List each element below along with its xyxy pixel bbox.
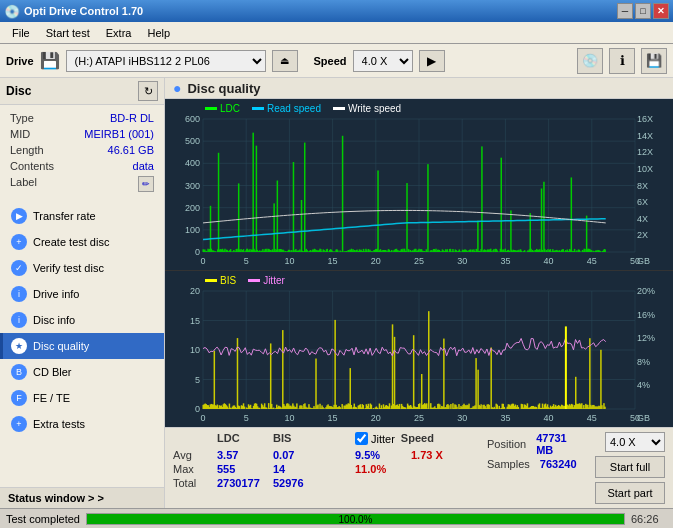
sidebar-item-disc-quality[interactable]: ★ Disc quality <box>0 333 164 359</box>
mid-value: MEIRB1 (001) <box>68 127 156 141</box>
nav-label-drive-info: Drive info <box>33 288 79 300</box>
bis-color <box>205 279 217 282</box>
nav-label-fe-te: FE / TE <box>33 392 70 404</box>
label-label: Label <box>8 175 66 193</box>
sidebar-item-fe-te[interactable]: F FE / TE <box>0 385 164 411</box>
status-time: 66:26 <box>631 513 667 525</box>
legend-read-speed-label: Read speed <box>267 103 321 114</box>
info-icon-button[interactable]: ℹ <box>609 48 635 74</box>
disc-refresh-button[interactable]: ↻ <box>138 81 158 101</box>
nav-label-transfer-rate: Transfer rate <box>33 210 96 222</box>
jitter-checkbox[interactable] <box>355 432 368 445</box>
disc-quality-header-icon: ● <box>173 80 181 96</box>
progress-text: 100.0% <box>87 514 624 526</box>
drive-info-icon: i <box>11 286 27 302</box>
disc-length-row: Length 46.61 GB <box>8 143 156 157</box>
sidebar-item-create-test-disc[interactable]: + Create test disc <box>0 229 164 255</box>
menu-extra[interactable]: Extra <box>98 25 140 41</box>
avg-speed: 1.73 X <box>411 449 461 461</box>
disc-quality-header: ● Disc quality <box>165 78 673 99</box>
chart2-legend: BIS Jitter <box>205 275 285 286</box>
drive-icon: 💾 <box>40 51 60 70</box>
cd-bler-icon: B <box>11 364 27 380</box>
nav-label-verify-test-disc: Verify test disc <box>33 262 104 274</box>
minimize-button[interactable]: ─ <box>617 3 633 19</box>
create-test-disc-icon: + <box>11 234 27 250</box>
chart1-container: LDC Read speed Write speed <box>165 99 673 271</box>
maximize-button[interactable]: □ <box>635 3 651 19</box>
sidebar-item-transfer-rate[interactable]: ▶ Transfer rate <box>0 203 164 229</box>
legend-bis-label: BIS <box>220 275 236 286</box>
position-label: Position <box>487 438 526 450</box>
drive-label: Drive <box>6 55 34 67</box>
nav-label-extra-tests: Extra tests <box>33 418 85 430</box>
length-label: Length <box>8 143 66 157</box>
contents-value: data <box>68 159 156 173</box>
disc-quality-icon: ★ <box>11 338 27 354</box>
menu-starttest[interactable]: Start test <box>38 25 98 41</box>
extra-tests-icon: + <box>11 416 27 432</box>
avg-label: Avg <box>173 449 211 461</box>
stats-max-row: Max 555 14 11.0% <box>173 463 461 475</box>
menu-help[interactable]: Help <box>139 25 178 41</box>
main: Disc ↻ Type BD-R DL MID MEIRB1 (001) Len… <box>0 78 673 508</box>
disc-section-label: Disc <box>6 84 31 98</box>
legend-ldc: LDC <box>205 103 240 114</box>
read-speed-color <box>252 107 264 110</box>
legend-ldc-label: LDC <box>220 103 240 114</box>
col-ldc-header: LDC <box>217 432 267 447</box>
total-ldc: 2730177 <box>217 477 267 489</box>
disc-quality-title: Disc quality <box>187 81 260 96</box>
start-full-button[interactable]: Start full <box>595 456 665 478</box>
statusbar: Test completed 100.0% 66:26 <box>0 508 673 528</box>
start-part-button[interactable]: Start part <box>595 482 665 504</box>
disc-type-row: Type BD-R DL <box>8 111 156 125</box>
stats-pos-col: Position 47731 MB Samples 763240 <box>487 432 579 470</box>
avg-bis: 0.07 <box>273 449 323 461</box>
sidebar-item-extra-tests[interactable]: + Extra tests <box>0 411 164 437</box>
ldc-color <box>205 107 217 110</box>
stats-main-col: LDC BIS Jitter Speed Avg 3.57 0.07 9.5% … <box>173 432 461 489</box>
label-icon[interactable]: ✏ <box>68 175 156 193</box>
contents-label: Contents <box>8 159 66 173</box>
eject-button[interactable]: ⏏ <box>272 50 298 72</box>
chart1-canvas <box>165 99 673 270</box>
menu-file[interactable]: File <box>4 25 38 41</box>
disc-info-table: Type BD-R DL MID MEIRB1 (001) Length 46.… <box>0 105 164 199</box>
spacer2 <box>329 432 349 447</box>
chart1-legend: LDC Read speed Write speed <box>205 103 401 114</box>
sidebar-item-disc-info[interactable]: i Disc info <box>0 307 164 333</box>
status-toggle[interactable]: Status window > > <box>0 487 164 508</box>
win-buttons: ─ □ ✕ <box>617 3 669 19</box>
legend-jitter: Jitter <box>248 275 285 286</box>
disc-icon-button[interactable]: 💿 <box>577 48 603 74</box>
chart2-canvas <box>165 271 673 427</box>
sidebar: Disc ↻ Type BD-R DL MID MEIRB1 (001) Len… <box>0 78 165 508</box>
titlebar: 💿 Opti Drive Control 1.70 ─ □ ✕ <box>0 0 673 22</box>
close-button[interactable]: ✕ <box>653 3 669 19</box>
nav-label-cd-bler: CD Bler <box>33 366 72 378</box>
save-icon-button[interactable]: 💾 <box>641 48 667 74</box>
position-value: 47731 MB <box>536 432 579 456</box>
label-edit-button[interactable]: ✏ <box>138 176 154 192</box>
legend-read-speed: Read speed <box>252 103 321 114</box>
sidebar-item-drive-info[interactable]: i Drive info <box>0 281 164 307</box>
menubar: File Start test Extra Help <box>0 22 673 44</box>
type-value: BD-R DL <box>68 111 156 125</box>
stats-avg-row: Avg 3.57 0.07 9.5% 1.73 X <box>173 449 461 461</box>
jitter-header-label: Jitter <box>371 433 395 445</box>
test-completed-label: Test completed <box>6 513 80 525</box>
fe-te-icon: F <box>11 390 27 406</box>
stats-bar: LDC BIS Jitter Speed Avg 3.57 0.07 9.5% … <box>165 427 673 508</box>
sidebar-item-cd-bler[interactable]: B CD Bler <box>0 359 164 385</box>
speed-select[interactable]: 4.0 X <box>353 50 413 72</box>
sidebar-item-verify-test-disc[interactable]: ✓ Verify test disc <box>0 255 164 281</box>
test-speed-select[interactable]: 4.0 X <box>605 432 665 452</box>
speed-control-row: 4.0 X <box>605 432 665 452</box>
disc-mid-row: MID MEIRB1 (001) <box>8 127 156 141</box>
col-speed-header: Speed <box>401 432 451 447</box>
speed-apply-button[interactable]: ▶ <box>419 50 445 72</box>
status-toggle-label: Status window > > <box>8 492 104 504</box>
drive-select[interactable]: (H:) ATAPI iHBS112 2 PL06 <box>66 50 266 72</box>
app-title: Opti Drive Control 1.70 <box>24 5 617 17</box>
